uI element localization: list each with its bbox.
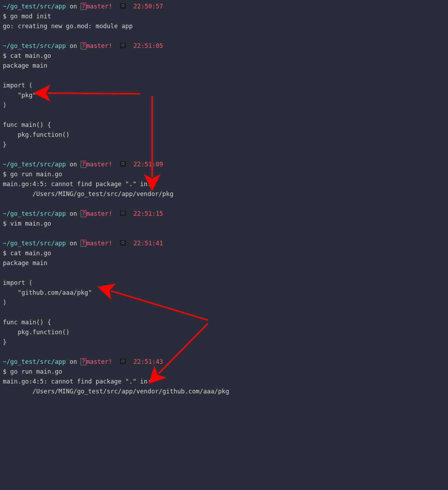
clock-icon (120, 240, 126, 246)
prompt-line: ~/go_test/src/app on ?master! 22:51:43 (3, 357, 445, 367)
on-text: on (66, 358, 81, 365)
branch-mark-icon: ? (81, 161, 86, 168)
stdout-line: main.go:4:5: cannot find package "." in: (3, 376, 445, 386)
git-branch: master (86, 240, 108, 247)
stdout-line (3, 307, 445, 317)
stdout-line: "pkg" (3, 90, 445, 100)
branch-mark-icon: ? (81, 358, 86, 365)
stdout-line: /Users/MING/go_test/src/app/vendor/pkg (3, 189, 445, 199)
stdout-line: ) (3, 100, 445, 110)
git-branch: master (86, 210, 108, 217)
terminal-output: ~/go_test/src/app on ?master! 22:50:57$ … (3, 1, 445, 396)
stdout-line: pkg.function() (3, 327, 445, 337)
clock-icon (120, 359, 126, 364)
dirty-indicator: ! (108, 161, 120, 168)
stdout-line: /Users/MING/go_test/src/app/vendor/githu… (3, 386, 445, 396)
on-text: on (66, 210, 81, 217)
timestamp: 22:51:41 (133, 240, 163, 247)
git-branch: master (86, 3, 108, 10)
stdout-line (3, 199, 445, 209)
cwd-path: ~/go_test/src/app (3, 161, 66, 168)
stdout-line: go: creating new go.mod: module app (3, 21, 445, 31)
stdout-line: package main (3, 61, 445, 71)
stdout-line: } (3, 140, 445, 149)
prompt-line: ~/go_test/src/app on ?master! 22:50:57 (3, 1, 445, 11)
branch-mark-icon: ? (81, 240, 86, 247)
git-branch: master (86, 161, 108, 168)
prompt-line: ~/go_test/src/app on ?master! 22:51:41 (3, 238, 445, 248)
timestamp: 22:50:57 (133, 3, 163, 10)
command-line[interactable]: $ go mod init (3, 11, 445, 21)
timestamp: 22:51:05 (133, 42, 163, 49)
clock-icon (120, 3, 126, 9)
dirty-indicator: ! (108, 42, 120, 49)
on-text: on (66, 240, 81, 247)
dirty-indicator: ! (108, 3, 120, 10)
timestamp: 22:51:15 (133, 210, 163, 217)
branch-mark-icon: ? (81, 210, 86, 217)
dirty-indicator: ! (108, 240, 120, 247)
stdout-line (3, 31, 445, 41)
cwd-path: ~/go_test/src/app (3, 210, 66, 217)
stdout-line: import ( (3, 80, 445, 90)
stdout-line (3, 149, 445, 159)
stdout-line: pkg.function() (3, 130, 445, 140)
prompt-line: ~/go_test/src/app on ?master! 22:51:09 (3, 159, 445, 169)
command-line[interactable]: $ go run main.go (3, 169, 445, 179)
branch-mark-icon: ? (81, 42, 86, 49)
clock-icon (120, 161, 126, 167)
command-line[interactable]: $ go run main.go (3, 367, 445, 376)
stdout-line: "github.com/aaa/pkg" (3, 288, 445, 298)
stdout-line: func main() { (3, 120, 445, 130)
cwd-path: ~/go_test/src/app (3, 3, 66, 10)
timestamp: 22:51:43 (133, 358, 163, 365)
stdout-line: } (3, 337, 445, 347)
stdout-line (3, 110, 445, 120)
timestamp: 22:51:09 (133, 161, 163, 168)
stdout-line (3, 228, 445, 238)
clock-icon (120, 43, 126, 48)
stdout-line: ) (3, 298, 445, 307)
cwd-path: ~/go_test/src/app (3, 240, 66, 247)
cwd-path: ~/go_test/src/app (3, 42, 66, 49)
command-line[interactable]: $ cat main.go (3, 248, 445, 258)
cwd-path: ~/go_test/src/app (3, 358, 66, 365)
dirty-indicator: ! (108, 210, 120, 217)
on-text: on (66, 161, 81, 168)
on-text: on (66, 3, 81, 10)
command-line[interactable]: $ vim main.go (3, 219, 445, 228)
dirty-indicator: ! (108, 358, 120, 365)
stdout-line: import ( (3, 278, 445, 288)
branch-mark-icon: ? (81, 3, 86, 10)
on-text: on (66, 42, 81, 49)
stdout-line: func main() { (3, 317, 445, 327)
git-branch: master (86, 42, 108, 49)
clock-icon (120, 210, 126, 216)
stdout-line: main.go:4:5: cannot find package "." in: (3, 179, 445, 189)
prompt-line: ~/go_test/src/app on ?master! 22:51:15 (3, 209, 445, 219)
command-line[interactable]: $ cat main.go (3, 51, 445, 61)
stdout-line: package main (3, 258, 445, 268)
stdout-line (3, 71, 445, 80)
stdout-line (3, 347, 445, 357)
git-branch: master (86, 358, 108, 365)
stdout-line (3, 268, 445, 278)
prompt-line: ~/go_test/src/app on ?master! 22:51:05 (3, 41, 445, 51)
